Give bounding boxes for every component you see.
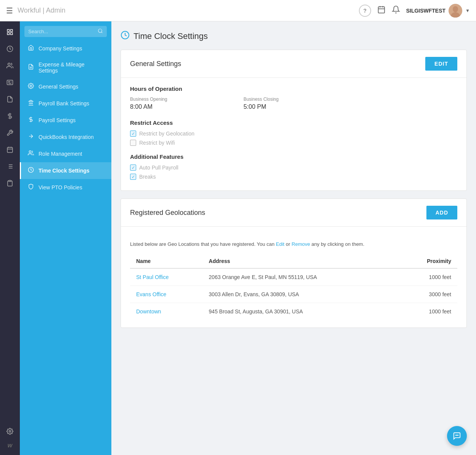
sidebar-label-company: Company Settings <box>39 45 82 52</box>
restrict-wifi-checkbox[interactable] <box>130 140 136 146</box>
svg-rect-26 <box>9 181 11 182</box>
geo-description: Listed below are Geo Locations that you … <box>130 240 457 248</box>
search-bar[interactable] <box>24 26 107 37</box>
svg-rect-16 <box>7 147 13 153</box>
page-title: Time Clock Settings <box>133 31 208 41</box>
sidebar-label-expense: Expense & Mileage Settings <box>39 61 105 74</box>
chat-button[interactable] <box>447 426 467 446</box>
breaks-checkbox[interactable]: ✓ <box>130 174 136 180</box>
top-nav-icons: ? SILGISWFTEST ▼ <box>359 4 470 18</box>
quickbooks-icon <box>27 133 35 141</box>
auto-pull-label: Auto Pull Payroll <box>139 165 178 171</box>
sidebar-bottom: w <box>2 424 18 452</box>
nav-sidebar: Company Settings Expense & Mileage Setti… <box>20 21 111 455</box>
sidebar-icon-list[interactable] <box>2 159 18 174</box>
sidebar-icon-calendar[interactable] <box>2 142 18 157</box>
sidebar-icon-clipboard[interactable] <box>2 176 18 191</box>
table-row[interactable]: Downtown 945 Broad St, Augusta, GA 30901… <box>130 303 457 320</box>
gear-icon <box>27 83 35 90</box>
table-row[interactable]: Evans Office 3003 Allen Dr, Evans, GA 30… <box>130 286 457 303</box>
hours-grid: Business Opening 8:00 AM Business Closin… <box>130 97 457 110</box>
restrict-geo-checkbox[interactable]: ✓ <box>130 131 136 137</box>
sidebar-label-pto: View PTO Policies <box>39 184 82 190</box>
opening-value: 8:00 AM <box>130 103 167 110</box>
business-opening: Business Opening 8:00 AM <box>130 97 167 110</box>
closing-label: Business Closing <box>243 97 278 102</box>
menu-icon[interactable]: ☰ <box>6 6 13 15</box>
sidebar-item-payroll[interactable]: Payroll Settings <box>20 112 111 129</box>
user-name: SILGISWFTEST <box>406 8 445 14</box>
sidebar-item-pto[interactable]: View PTO Policies <box>20 179 111 196</box>
sidebar-label-timeclock: Time Clock Settings <box>39 168 90 174</box>
expense-icon <box>27 64 35 71</box>
geolocations-title: Registered Geolocations <box>130 209 205 217</box>
location-name-2[interactable]: Downtown <box>130 303 203 320</box>
svg-rect-8 <box>11 29 13 31</box>
location-name-1: Evans Office <box>130 286 203 303</box>
col-address: Address <box>203 254 398 268</box>
content-area: Time Clock Settings General Settings EDI… <box>111 21 476 455</box>
location-proximity-1: 3000 feet <box>398 286 457 303</box>
bell-icon[interactable] <box>392 5 400 16</box>
svg-point-5 <box>453 6 458 12</box>
sidebar-item-company-settings[interactable]: Company Settings <box>20 40 111 57</box>
restrict-wifi-label: Restrict by Wifi <box>139 140 175 146</box>
roles-icon <box>27 150 35 158</box>
sidebar-icon-tool[interactable] <box>2 125 18 140</box>
sidebar-icon-clock[interactable] <box>2 41 18 56</box>
svg-point-41 <box>29 151 31 153</box>
table-header-row: Name Address Proximity <box>130 254 457 268</box>
sidebar-icon-grid[interactable] <box>2 24 18 40</box>
table-row[interactable]: St Paul Office 2063 Orange Ave E, St Pau… <box>130 268 457 286</box>
sidebar-item-general[interactable]: General Settings <box>20 78 111 95</box>
sidebar-item-payroll-bank[interactable]: Payroll Bank Settings <box>20 95 111 112</box>
settings-icon[interactable] <box>2 424 18 439</box>
sidebar-icon-badge[interactable] <box>2 75 18 90</box>
avatar <box>449 4 462 18</box>
brand-logo: Workful | Admin <box>18 6 65 15</box>
svg-marker-38 <box>29 100 33 101</box>
timeclock-icon <box>27 167 35 174</box>
sidebar-icon-doc[interactable] <box>2 92 18 107</box>
location-address-0: 2063 Orange Ave E, St Paul, MN 55119, US… <box>203 268 398 286</box>
svg-rect-7 <box>7 29 9 31</box>
sidebar-item-timeclock[interactable]: Time Clock Settings <box>20 162 111 179</box>
svg-rect-10 <box>11 33 13 35</box>
additional-title: Additional Features <box>130 153 457 160</box>
sidebar-icon-dollar[interactable] <box>2 108 18 124</box>
user-area[interactable]: SILGISWFTEST ▼ <box>406 4 470 18</box>
geolocations-card: Registered Geolocations ADD Listed below… <box>121 198 467 328</box>
auto-pull-checkbox[interactable]: ✓ <box>130 165 136 171</box>
sidebar-item-expense[interactable]: Expense & Mileage Settings <box>20 57 111 78</box>
edit-button[interactable]: EDIT <box>425 57 457 71</box>
sidebar-icon-people[interactable] <box>2 58 18 73</box>
geolocations-header: Registered Geolocations ADD <box>121 199 466 227</box>
location-name-0[interactable]: St Paul Office <box>130 268 203 286</box>
svg-point-14 <box>8 81 10 82</box>
search-icon <box>98 28 103 35</box>
add-button[interactable]: ADD <box>426 206 457 219</box>
col-name: Name <box>130 254 203 268</box>
remove-link[interactable]: Remove <box>292 241 310 247</box>
sidebar-label-quickbooks: QuickBooks Integration <box>39 134 94 140</box>
sidebar-item-roles[interactable]: Role Management <box>20 145 111 162</box>
opening-label: Business Opening <box>130 97 167 102</box>
breaks-item: ✓ Breaks <box>130 174 457 180</box>
geolocations-body: Listed below are Geo Locations that you … <box>121 227 466 328</box>
sidebar-item-quickbooks[interactable]: QuickBooks Integration <box>20 129 111 145</box>
svg-point-32 <box>30 85 32 87</box>
edit-link[interactable]: Edit <box>276 241 284 247</box>
sidebar-label-payroll-bank: Payroll Bank Settings <box>39 100 89 106</box>
calendar-icon[interactable] <box>377 5 386 16</box>
general-settings-body: Hours of Operation Business Opening 8:00… <box>121 78 466 190</box>
search-input[interactable] <box>28 29 98 34</box>
col-proximity: Proximity <box>398 254 457 268</box>
restrict-wifi-item: Restrict by Wifi <box>130 140 457 146</box>
breaks-label: Breaks <box>139 174 156 180</box>
chevron-down-icon: ▼ <box>465 8 470 13</box>
help-icon[interactable]: ? <box>359 5 371 17</box>
icon-sidebar: w <box>0 21 20 455</box>
workful-logo-icon: w <box>2 439 18 452</box>
top-nav: ☰ Workful | Admin ? SILGISWFTEST <box>0 0 476 21</box>
location-proximity-2: 1000 feet <box>398 303 457 320</box>
